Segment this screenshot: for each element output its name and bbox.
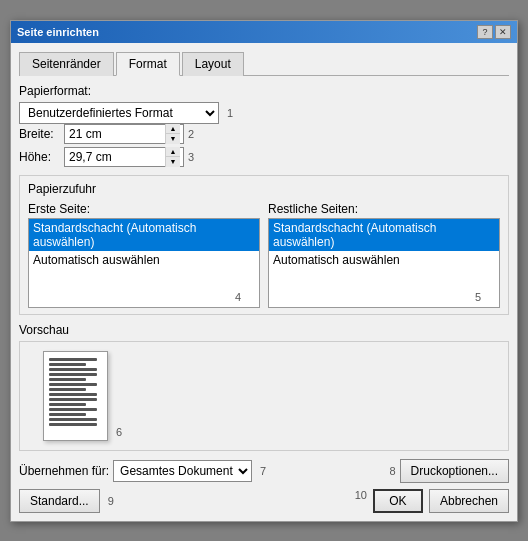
footer-row: Standard... 9 10 OK Abbrechen	[19, 489, 509, 513]
badge-5: 5	[475, 291, 481, 303]
breite-label: Breite:	[19, 127, 64, 141]
right-buttons: 10 OK Abbrechen	[351, 489, 509, 513]
hoehe-input-wrap: ▲ ▼	[64, 147, 184, 167]
ubernehmen-left: Übernehmen für: Gesamtes Dokument Aktuel…	[19, 460, 266, 482]
breite-row: Breite: ▲ ▼ 2	[19, 124, 509, 144]
ubernehmen-select[interactable]: Gesamtes Dokument Aktuelle Seite	[113, 460, 252, 482]
papierformat-label: Papierformat:	[19, 84, 509, 98]
badge-4: 4	[235, 291, 241, 303]
breite-up[interactable]: ▲	[166, 124, 180, 134]
standard-left: Standard... 9	[19, 489, 114, 513]
tab-seitenraender[interactable]: Seitenränder	[19, 52, 114, 76]
breite-input[interactable]	[65, 126, 165, 142]
tab-bar: Seitenränder Format Layout	[19, 51, 509, 76]
title-bar: Seite einrichten ? ✕	[11, 21, 517, 43]
druckoptionen-button[interactable]: Druckoptionen...	[400, 459, 509, 483]
badge-10: 10	[355, 489, 367, 513]
restliche-seiten-listbox[interactable]: Standardschacht (Automatisch auswählen) …	[268, 218, 500, 308]
vorschau-label: Vorschau	[19, 323, 509, 337]
hoehe-spinner: ▲ ▼	[165, 147, 180, 167]
dialog-body: Seitenränder Format Layout Papierformat:…	[11, 43, 517, 521]
erste-item-0[interactable]: Standardschacht (Automatisch auswählen)	[29, 219, 259, 251]
restliche-seiten-col: Restliche Seiten: Standardschacht (Autom…	[268, 202, 500, 308]
ok-button[interactable]: OK	[373, 489, 423, 513]
preview-line	[49, 398, 97, 401]
help-button[interactable]: ?	[477, 25, 493, 39]
badge-6: 6	[116, 426, 122, 438]
preview-line	[49, 413, 86, 416]
format-select[interactable]: Benutzerdefiniertes Format A4 A3 Letter	[19, 102, 219, 124]
tab-format[interactable]: Format	[116, 52, 180, 76]
preview-line	[49, 363, 86, 366]
restliche-item-0[interactable]: Standardschacht (Automatisch auswählen)	[269, 219, 499, 251]
title-bar-controls: ? ✕	[477, 25, 511, 39]
page-preview	[43, 351, 108, 441]
erste-seite-col: Erste Seite: Standardschacht (Automatisc…	[28, 202, 260, 308]
erste-seite-label: Erste Seite:	[28, 202, 260, 216]
abbrechen-button[interactable]: Abbrechen	[429, 489, 509, 513]
papierformat-section: Papierformat: Benutzerdefiniertes Format…	[19, 84, 509, 167]
format-select-row: Benutzerdefiniertes Format A4 A3 Letter …	[19, 102, 509, 124]
preview-line	[49, 373, 97, 376]
standard-button[interactable]: Standard...	[19, 489, 100, 513]
hoehe-row: Höhe: ▲ ▼ 3	[19, 147, 509, 167]
preview-line	[49, 358, 97, 361]
breite-input-wrap: ▲ ▼	[64, 124, 184, 144]
hoehe-input[interactable]	[65, 149, 165, 165]
preview-line	[49, 408, 97, 411]
preview-line	[49, 388, 86, 391]
ubernehmen-row: Übernehmen für: Gesamtes Dokument Aktuel…	[19, 459, 509, 483]
preview-line	[49, 393, 97, 396]
close-button[interactable]: ✕	[495, 25, 511, 39]
preview-line	[49, 403, 86, 406]
papierzufuhr-section: Papierzufuhr Erste Seite: Standardschach…	[19, 175, 509, 315]
title-bar-text: Seite einrichten	[17, 26, 99, 38]
badge-8: 8	[389, 465, 395, 477]
badge-7: 7	[260, 465, 266, 477]
breite-down[interactable]: ▼	[166, 134, 180, 144]
badge-1: 1	[227, 107, 233, 119]
hoehe-label: Höhe:	[19, 150, 64, 164]
preview-line	[49, 383, 97, 386]
ubernehmen-label: Übernehmen für:	[19, 464, 109, 478]
badge-2: 2	[188, 128, 194, 140]
preview-line	[49, 368, 97, 371]
restliche-seiten-label: Restliche Seiten:	[268, 202, 500, 216]
dialog: Seite einrichten ? ✕ Seitenränder Format…	[10, 20, 518, 522]
zufuhr-cols: Erste Seite: Standardschacht (Automatisc…	[28, 202, 500, 308]
badge-3: 3	[188, 151, 194, 163]
hoehe-down[interactable]: ▼	[166, 157, 180, 167]
badge-9: 9	[108, 495, 114, 507]
druckoptionen-right: 8 Druckoptionen...	[385, 459, 509, 483]
preview-line	[49, 423, 97, 426]
vorschau-section: Vorschau 6	[19, 323, 509, 451]
restliche-item-1[interactable]: Automatisch auswählen	[269, 251, 499, 269]
preview-line	[49, 378, 86, 381]
vorschau-box: 6	[19, 341, 509, 451]
erste-item-1[interactable]: Automatisch auswählen	[29, 251, 259, 269]
hoehe-up[interactable]: ▲	[166, 147, 180, 157]
papierzufuhr-label: Papierzufuhr	[28, 182, 500, 196]
preview-line	[49, 418, 97, 421]
breite-spinner: ▲ ▼	[165, 124, 180, 144]
tab-layout[interactable]: Layout	[182, 52, 244, 76]
erste-seite-listbox[interactable]: Standardschacht (Automatisch auswählen) …	[28, 218, 260, 308]
